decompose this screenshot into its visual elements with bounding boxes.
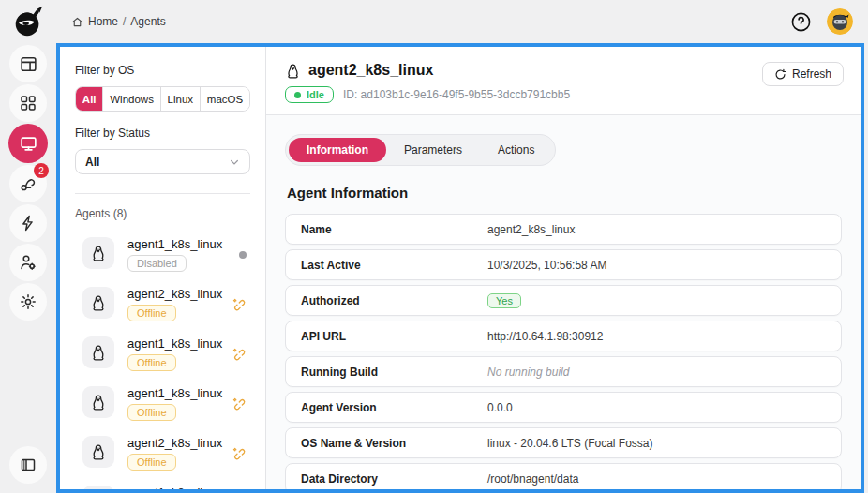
nav-settings[interactable] xyxy=(9,283,47,321)
info-row-value: linux - 20.04.6 LTS (Focal Fossa) xyxy=(487,437,653,450)
disconnected-link-icon xyxy=(232,347,247,362)
info-row-label: Authorized xyxy=(301,294,487,307)
agent-list-item[interactable]: agent1_k8s_linuxOffline xyxy=(75,478,250,489)
app-logo[interactable] xyxy=(7,2,49,41)
authorized-yes-badge: Yes xyxy=(487,293,521,308)
nav-triggers[interactable] xyxy=(9,204,47,242)
info-row-authorized: AuthorizedYes xyxy=(285,285,842,316)
info-row-running-build: Running BuildNo running build xyxy=(285,356,842,387)
info-row-label: OS Name & Version xyxy=(301,437,487,450)
nav-agents[interactable] xyxy=(8,124,48,163)
os-filter-windows[interactable]: Windows xyxy=(103,87,160,111)
agent-list-item[interactable]: agent2_k8s_linuxOffline xyxy=(75,279,250,329)
info-row-label: Agent Version xyxy=(301,401,487,414)
info-row-value: No running build xyxy=(487,366,569,379)
agent-name: agent1_k8s_linux xyxy=(127,486,222,489)
info-row-os-name-version: OS Name & Versionlinux - 20.04.6 LTS (Fo… xyxy=(285,427,842,458)
info-row-data-directory: Data Directory/root/bnagent/data xyxy=(285,463,842,489)
disabled-dot-icon xyxy=(239,251,247,259)
nav-users[interactable] xyxy=(9,244,47,281)
info-row-label: Running Build xyxy=(301,366,487,379)
tab-information[interactable]: Information xyxy=(289,138,386,162)
top-header: Home / Agents xyxy=(0,0,868,43)
section-title: Agent Information xyxy=(287,185,842,201)
agents-sidebar: Filter by OS AllWindowsLinuxmacOS Filter… xyxy=(60,47,266,489)
info-row-value: /root/bnagent/data xyxy=(487,472,578,486)
disconnected-link-icon xyxy=(232,297,247,312)
info-row-label: Data Directory xyxy=(301,472,487,486)
agent-status-pill: Offline xyxy=(127,454,176,471)
agent-status-pill: Disabled xyxy=(127,255,187,272)
breadcrumb-current: Agents xyxy=(130,15,165,28)
nav-dashboard[interactable] xyxy=(9,45,47,82)
tab-parameters[interactable]: Parameters xyxy=(386,138,480,162)
info-row-name: Nameagent2_k8s_linux xyxy=(285,214,842,245)
linux-penguin-icon xyxy=(82,237,114,269)
breadcrumb-home[interactable]: Home xyxy=(88,15,118,28)
panel-divider xyxy=(75,193,250,194)
agent-detail-header: agent2_k8s_linux Idle ID: ad103b1c-9e16-… xyxy=(266,47,861,115)
nav-rail: 2 xyxy=(0,43,56,493)
agent-name: agent2_k8s_linux xyxy=(127,287,222,301)
help-button[interactable] xyxy=(789,10,812,33)
webhook-icon xyxy=(19,174,37,193)
agent-list-item[interactable]: agent1_k8s_linuxDisabled xyxy=(75,230,250,279)
agents-count-header: Agents (8) xyxy=(75,207,250,220)
lightning-icon xyxy=(19,214,37,232)
agent-status-pill: Offline xyxy=(127,305,176,321)
disconnected-link-icon xyxy=(232,396,247,411)
detail-tabs: InformationParametersActions xyxy=(285,134,556,166)
info-row-label: Last Active xyxy=(301,259,487,272)
linux-penguin-icon xyxy=(82,287,114,319)
linux-penguin-icon xyxy=(82,436,114,468)
user-gear-icon xyxy=(19,253,37,272)
agent-name: agent1_k8s_linux xyxy=(127,386,222,400)
agents-list: agent1_k8s_linuxDisabledagent2_k8s_linux… xyxy=(75,230,250,489)
info-row-agent-version: Agent Version0.0.0 xyxy=(285,392,842,423)
info-row-value: agent2_k8s_linux xyxy=(487,223,575,236)
filter-os-label: Filter by OS xyxy=(75,64,250,77)
gear-icon xyxy=(19,292,37,311)
collapse-panel-icon xyxy=(19,456,37,474)
refresh-button[interactable]: Refresh xyxy=(762,62,844,86)
chevron-down-icon xyxy=(229,157,240,168)
content-focus-box: Filter by OS AllWindowsLinuxmacOS Filter… xyxy=(56,43,864,493)
disconnected-link-icon xyxy=(232,446,247,461)
nav-projects[interactable] xyxy=(9,84,47,122)
agent-list-item[interactable]: agent2_k8s_linuxOffline xyxy=(75,428,250,478)
status-filter-value: All xyxy=(85,156,99,169)
dashboard-icon xyxy=(19,54,38,74)
monitor-icon xyxy=(19,134,38,154)
collapse-sidebar-button[interactable] xyxy=(9,446,47,484)
os-filter-linux[interactable]: Linux xyxy=(161,87,201,111)
tab-actions[interactable]: Actions xyxy=(480,138,552,162)
agent-detail-body: InformationParametersActions Agent Infor… xyxy=(266,115,861,489)
agent-list-item[interactable]: agent1_k8s_linuxOffline xyxy=(75,329,250,379)
linux-penguin-icon xyxy=(82,386,114,418)
linux-penguin-icon xyxy=(82,486,114,489)
linux-penguin-icon xyxy=(285,63,301,79)
filter-status-label: Filter by Status xyxy=(75,127,250,140)
agent-status-pill: Offline xyxy=(127,404,176,421)
linux-penguin-icon xyxy=(82,336,114,368)
refresh-icon xyxy=(774,68,786,81)
info-row-value: http://10.64.1.98:30912 xyxy=(487,330,603,343)
webhook-badge: 2 xyxy=(34,163,49,178)
agent-name: agent2_k8s_linux xyxy=(127,436,222,450)
agent-state-badge: Idle xyxy=(285,86,334,103)
agent-info-table: Nameagent2_k8s_linuxLast Active10/3/2025… xyxy=(285,214,842,489)
user-avatar[interactable] xyxy=(827,8,853,35)
os-filter-all[interactable]: All xyxy=(76,87,103,111)
agent-name: agent1_k8s_linux xyxy=(127,237,222,251)
breadcrumb-separator: / xyxy=(123,15,126,28)
info-row-value: 0.0.0 xyxy=(487,401,513,414)
info-row-value: 10/3/2025, 10:56:58 AM xyxy=(487,259,606,272)
apps-grid-icon xyxy=(19,94,37,112)
status-dot-icon xyxy=(294,92,301,98)
home-icon xyxy=(71,16,83,28)
info-row-last-active: Last Active10/3/2025, 10:56:58 AM xyxy=(285,249,842,280)
os-filter-macos[interactable]: macOS xyxy=(201,87,249,111)
status-filter-select[interactable]: All xyxy=(75,149,250,174)
nav-webhooks[interactable]: 2 xyxy=(9,165,47,202)
agent-list-item[interactable]: agent1_k8s_linuxOffline xyxy=(75,379,250,428)
